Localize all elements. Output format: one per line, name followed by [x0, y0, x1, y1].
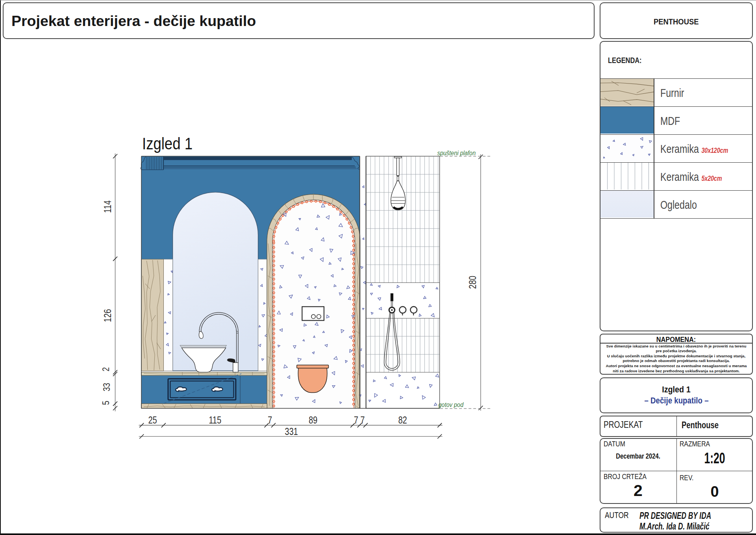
svg-text:2: 2: [100, 367, 111, 372]
svg-text:89: 89: [309, 415, 317, 426]
svg-text:115: 115: [209, 415, 221, 426]
svg-text:Izgled 1: Izgled 1: [142, 134, 193, 152]
svg-text:280: 280: [467, 276, 478, 289]
svg-text:spušteni plafon: spušteni plafon: [437, 150, 476, 157]
svg-text:114: 114: [102, 201, 113, 213]
svg-text:82: 82: [398, 415, 407, 426]
svg-text:25: 25: [148, 415, 157, 426]
svg-text:331: 331: [285, 426, 298, 437]
svg-text:5: 5: [100, 401, 111, 405]
svg-text:7: 7: [360, 415, 365, 426]
svg-text:7: 7: [268, 415, 272, 426]
svg-text:gotov pod: gotov pod: [438, 401, 464, 409]
svg-text:126: 126: [102, 309, 113, 322]
svg-text:33: 33: [101, 383, 112, 391]
svg-text:7: 7: [354, 415, 358, 426]
